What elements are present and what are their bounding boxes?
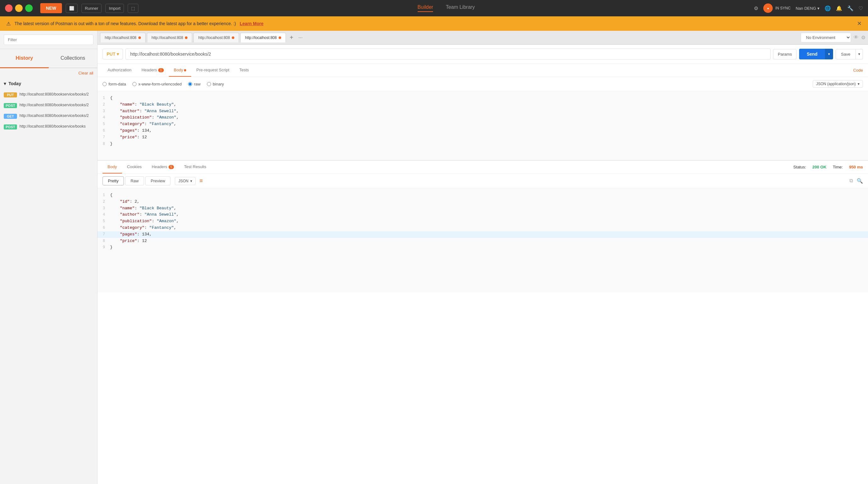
history-item-3[interactable]: GET http://localhost:8080/bookservice/bo… (0, 110, 97, 121)
response-body-editor[interactable]: 1 { 2 "id": 2, 3 "name": "Black Beauty",… (97, 188, 868, 292)
code-link[interactable]: Code (853, 68, 863, 73)
warning-icon: ⚠ (6, 21, 11, 27)
tab-text-1: http://localhost:808 (105, 35, 136, 40)
send-button[interactable]: Send (799, 49, 825, 59)
line-number: 8 (97, 238, 110, 244)
line-number: 1 (97, 192, 110, 198)
line-number: 6 (97, 225, 110, 231)
line-number: 3 (97, 205, 110, 212)
history-item-4[interactable]: POST http://localhost:8080/bookservice/b… (0, 121, 97, 132)
history-item-2[interactable]: POST http://localhost:8080/bookservice/b… (0, 100, 97, 110)
code-text: { (110, 192, 868, 199)
raw-button[interactable]: Raw (125, 176, 144, 186)
collections-tab[interactable]: Collections (49, 49, 97, 68)
heart-icon[interactable]: ♡ (859, 5, 863, 11)
chevron-down-icon: ▾ (4, 81, 6, 86)
search-icon[interactable]: 🔍 (857, 178, 863, 184)
line-number: 7 (97, 134, 110, 140)
team-library-tab[interactable]: Team Library (446, 4, 474, 12)
urlencoded-radio[interactable] (132, 82, 136, 86)
headers-tab[interactable]: Headers1 (136, 64, 169, 77)
raw-radio[interactable] (188, 82, 192, 86)
save-button-group: Save ▾ (836, 49, 863, 59)
binary-option[interactable]: binary (207, 82, 224, 87)
req-line-8: 8 } (97, 141, 868, 148)
params-button[interactable]: Params (773, 49, 797, 59)
request-tab-3[interactable]: http://localhost:808 (193, 33, 239, 42)
pre-request-script-tab[interactable]: Pre-request Script (191, 64, 234, 77)
response-cookies-tab[interactable]: Cookies (122, 161, 147, 173)
more-tabs-icon[interactable]: ··· (299, 35, 303, 40)
settings-icon[interactable]: ⚙ (861, 35, 866, 40)
builder-tab[interactable]: Builder (417, 4, 433, 12)
response-section: Body Cookies Headers5 Test Results Statu… (97, 160, 868, 292)
history-tab[interactable]: History (0, 49, 49, 68)
environment-dropdown[interactable]: No Environment (801, 33, 851, 42)
code-text: { (110, 95, 868, 101)
bell-icon[interactable]: 🔔 (836, 5, 842, 11)
request-tab-2[interactable]: http://localhost:808 (147, 33, 192, 42)
urlencoded-option[interactable]: x-www-form-urlencoded (132, 82, 182, 87)
chevron-down-icon: ▾ (190, 179, 192, 183)
line-number: 2 (97, 101, 110, 108)
save-button[interactable]: Save (836, 49, 856, 59)
send-dropdown-button[interactable]: ▾ (825, 49, 833, 59)
tab-dot-4 (279, 36, 281, 39)
preview-button[interactable]: Preview (145, 176, 170, 186)
response-headers-tab[interactable]: Headers5 (147, 161, 179, 173)
learn-more-link[interactable]: Learn More (240, 21, 263, 26)
history-url-1: http://localhost:8080/bookservice/books/… (20, 92, 89, 97)
import-button[interactable]: Import (105, 4, 124, 13)
response-json-dropdown[interactable]: JSON ▾ (175, 177, 196, 185)
test-results-tab[interactable]: Test Results (179, 161, 211, 173)
method-selector[interactable]: PUT ▾ (102, 49, 123, 59)
request-tab-1[interactable]: http://localhost:808 (100, 33, 146, 42)
add-tab-button[interactable]: + (287, 33, 296, 42)
history-item-1[interactable]: PUT http://localhost:8080/bookservice/bo… (0, 89, 97, 100)
url-input[interactable] (125, 49, 771, 60)
banner-close-icon[interactable]: ✕ (857, 20, 862, 27)
resp-line-7: 7 "pages": 134, (97, 231, 868, 238)
settings-icon[interactable]: ⚙ (754, 5, 758, 11)
layout-toggle-button[interactable]: ⬜ (66, 4, 78, 13)
maximize-button[interactable] (25, 4, 33, 12)
code-text: } (110, 141, 868, 148)
json-type-dropdown[interactable]: JSON (application/json) ▾ (813, 80, 863, 88)
method-post-badge-2: POST (4, 125, 17, 129)
pretty-button[interactable]: Pretty (102, 176, 124, 186)
tests-tab[interactable]: Tests (234, 64, 254, 77)
traffic-lights (5, 4, 33, 12)
new-button[interactable]: NEW (40, 3, 62, 13)
request-tab-4[interactable]: http://localhost:808 (240, 33, 286, 42)
chevron-down-icon: ▾ (117, 52, 119, 57)
user-menu[interactable]: Nan DENG ▾ (796, 6, 819, 11)
collection-button[interactable]: ⬚ (128, 4, 138, 13)
request-body-editor[interactable]: 1 { 2 "name": "Black Beauty", 3 "author"… (97, 91, 868, 160)
save-dropdown-button[interactable]: ▾ (856, 49, 863, 59)
form-data-option[interactable]: form-data (102, 82, 126, 87)
main-layout: History Collections Clear all ▾ Today PU… (0, 31, 868, 484)
method-put-badge: PUT (4, 92, 17, 97)
runner-button[interactable]: Runner (82, 4, 102, 13)
raw-option[interactable]: raw (188, 82, 200, 87)
filter-input[interactable] (4, 35, 93, 45)
response-body-tab[interactable]: Body (102, 161, 122, 173)
binary-radio[interactable] (207, 82, 211, 86)
env-selector: No Environment 👁 ⚙ (801, 33, 866, 42)
minimize-button[interactable] (15, 4, 23, 12)
history-url-3: http://localhost:8080/bookservice/books/… (20, 113, 89, 119)
close-button[interactable] (5, 4, 12, 12)
wrench-icon[interactable]: 🔧 (847, 5, 854, 11)
authorization-tab[interactable]: Authorization (102, 64, 136, 77)
filter-icon[interactable]: ≡ (199, 178, 203, 184)
history-url-2: http://localhost:8080/bookservice/books/… (20, 102, 89, 108)
clear-all-button[interactable]: Clear all (0, 68, 97, 78)
tab-text-4: http://localhost:808 (245, 35, 277, 40)
eye-icon[interactable]: 👁 (854, 35, 859, 40)
resp-line-2: 2 "id": 2, (97, 199, 868, 205)
copy-icon[interactable]: ⧉ (849, 178, 853, 184)
form-data-radio[interactable] (102, 82, 106, 86)
status-label: Status: (794, 165, 806, 169)
body-tab[interactable]: Body (169, 64, 191, 77)
globe-icon[interactable]: 🌐 (825, 5, 831, 11)
